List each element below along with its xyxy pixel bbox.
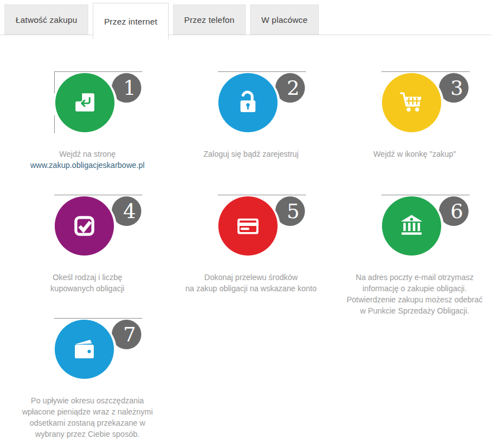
caption-line: odsetkami zostaną przekazane w xyxy=(6,417,169,428)
step-5-circle xyxy=(218,196,278,256)
tab-bar: Łatwość zakupu Przez internet Przez tele… xyxy=(0,0,492,39)
step-3-tile: 3 xyxy=(381,71,470,133)
step-7-caption: Po upływie okresu oszczędzania wpłacone … xyxy=(6,395,169,440)
caption-line: w Punkcie Sprzedaży Obligacji. xyxy=(333,305,492,316)
caption-line: Dokonaj przelewu środków xyxy=(169,272,333,283)
step-2-caption: Zaloguj się bądź zarejestruj xyxy=(169,148,333,160)
step-7-tile: 7 xyxy=(54,318,142,380)
caption-line: Wejdź w ikonkę "zakup" xyxy=(333,148,492,160)
step-5: 5 Dokonaj przelewu środków na zakup obli… xyxy=(169,195,333,318)
step-3: 3 Wejdź w ikonkę "zakup" xyxy=(333,71,492,195)
step-3-circle xyxy=(382,73,441,132)
step-3-caption: Wejdź w ikonkę "zakup" xyxy=(333,148,492,160)
caption-line: Zaloguj się bądź zarejestruj xyxy=(169,148,333,160)
tab-przez-internet[interactable]: Przez internet xyxy=(93,3,168,39)
caption-line: wybrany przez Ciebie sposób. xyxy=(6,428,169,440)
step-1-circle xyxy=(55,73,114,132)
bank-building-icon xyxy=(396,210,427,242)
caption-line: kupowanych obligacji xyxy=(6,283,169,294)
wallet-icon xyxy=(69,334,100,365)
step-5-tile: 5 xyxy=(218,195,306,257)
tab-w-placowce[interactable]: W placówce xyxy=(250,4,319,35)
step-6-circle xyxy=(382,196,441,256)
zakup-link[interactable]: www.zakup.obligacjeskarbowe.pl xyxy=(30,161,145,170)
credit-card-icon xyxy=(232,210,264,242)
step-6-caption: Na adres poczty e-mail otrzymasz informa… xyxy=(333,272,492,316)
unlocked-padlock-icon xyxy=(232,87,264,118)
step-7-circle xyxy=(55,320,114,379)
steps-grid: 1 Wejdź na stronę www.zakup.obligacjeska… xyxy=(0,71,492,441)
step-4-caption: Okeśl rodzaj i liczbę kupowanych obligac… xyxy=(6,272,169,294)
tab-latwosc-zakupu[interactable]: Łatwość zakupu xyxy=(4,4,88,35)
caption-line: na zakup obligacji na wskazane konto xyxy=(169,283,333,294)
enter-key-icon xyxy=(70,88,100,118)
tab-bar-divider xyxy=(0,35,492,35)
step-2: 2 Zaloguj się bądź zarejestruj xyxy=(169,71,333,195)
step-4: 4 Okeśl rodzaj i liczbę kupowanych oblig… xyxy=(6,195,169,318)
caption-line: wpłacone pieniądze wraz z należnymi xyxy=(6,406,169,417)
caption-line: Okeśl rodzaj i liczbę xyxy=(6,272,169,283)
caption-line: Po upływie okresu oszczędzania xyxy=(6,395,169,406)
caption-line: Potwierdzenie zakupu możesz odebrać xyxy=(333,294,492,305)
step-4-tile: 4 xyxy=(54,195,142,257)
step-2-tile: 2 xyxy=(218,71,306,133)
step-6: 6 Na adres poczty e-mail otrzymasz infor… xyxy=(333,195,492,318)
step-6-tile: 6 xyxy=(381,195,470,257)
caption-line: Na adres poczty e-mail otrzymasz xyxy=(333,272,492,283)
step-1-tile: 1 xyxy=(54,71,142,133)
checked-checkbox-icon xyxy=(69,211,99,241)
step-1: 1 Wejdź na stronę www.zakup.obligacjeska… xyxy=(6,71,169,195)
step-7: 7 Po upływie okresu oszczędzania wpłacon… xyxy=(6,318,169,441)
tab-przez-telefon[interactable]: Przez telefon xyxy=(173,4,246,35)
caption-line: informację o zakupie obligacji. xyxy=(333,283,492,294)
step-5-caption: Dokonaj przelewu środków na zakup obliga… xyxy=(169,272,333,294)
shopping-cart-icon xyxy=(396,87,427,118)
caption-line: Wejdź na stronę xyxy=(6,148,169,160)
step-1-caption: Wejdź na stronę www.zakup.obligacjeskarb… xyxy=(6,148,169,171)
step-2-circle xyxy=(218,73,278,132)
step-4-circle xyxy=(55,196,114,256)
